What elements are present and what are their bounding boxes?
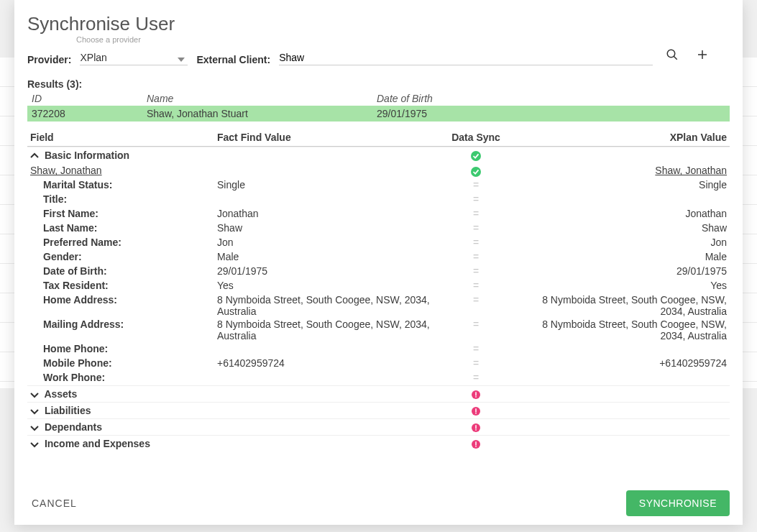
header-sync: Data Sync xyxy=(433,132,519,143)
field-row: Tax Resident:Yes=Yes xyxy=(27,279,730,293)
check-circle-icon xyxy=(471,165,481,176)
svg-rect-16 xyxy=(475,442,477,446)
field-ffv: Jonathan xyxy=(217,208,433,219)
check-circle-icon xyxy=(471,150,481,161)
section-basic-label: Basic Information xyxy=(45,150,129,161)
equals-icon: = xyxy=(473,208,479,219)
field-ffv: Single xyxy=(217,179,433,191)
svg-rect-14 xyxy=(475,430,477,431)
field-row: Home Phone:= xyxy=(27,342,730,357)
svg-rect-8 xyxy=(475,397,477,398)
person-link-left[interactable]: Shaw, Jonathan xyxy=(30,165,217,176)
field-row: Marital Status:Single=Single xyxy=(27,178,730,193)
dialog-title: Synchronise User xyxy=(27,13,730,35)
col-id-header: ID xyxy=(27,91,142,106)
cancel-button[interactable]: CANCEL xyxy=(27,492,81,515)
field-row: Preferred Name:Jon=Jon xyxy=(27,236,730,250)
chevron-down-icon xyxy=(30,388,42,400)
field-xplan: Jonathan xyxy=(519,208,727,219)
section-basic-information[interactable]: Basic Information xyxy=(27,147,730,163)
result-id: 372208 xyxy=(27,106,142,121)
field-ffv: 8 Nymboida Street, South Coogee, NSW, 20… xyxy=(217,294,433,317)
chevron-down-icon xyxy=(30,405,42,416)
field-ffv: Yes xyxy=(217,280,433,291)
field-label: Last Name: xyxy=(30,222,217,234)
add-button[interactable] xyxy=(692,44,713,65)
field-label: Mailing Address: xyxy=(30,318,217,330)
equals-icon: = xyxy=(473,237,479,248)
svg-rect-13 xyxy=(475,426,477,429)
equals-icon: = xyxy=(473,265,479,277)
field-xplan: Shaw xyxy=(519,222,727,234)
equals-icon: = xyxy=(473,294,479,306)
external-client-input[interactable] xyxy=(279,50,653,65)
field-label: Home Address: xyxy=(30,294,217,306)
field-xplan: 29/01/1975 xyxy=(519,265,727,277)
field-row: Title:= xyxy=(27,193,730,207)
section-liabilities-label: Liabilities xyxy=(45,405,91,416)
dialog-footer: CANCEL SYNCHRONISE xyxy=(27,483,730,516)
svg-line-1 xyxy=(674,56,677,60)
alert-circle-icon xyxy=(472,390,480,400)
svg-point-4 xyxy=(471,151,481,161)
section-assets[interactable]: Assets xyxy=(27,385,730,402)
field-grid-scroll[interactable]: Basic Information Shaw, Jonathan Shaw, J… xyxy=(27,147,730,483)
provider-hint: Choose a provider xyxy=(76,35,730,44)
equals-icon: = xyxy=(473,372,479,383)
field-row: Date of Birth:29/01/1975=29/01/1975 xyxy=(27,265,730,279)
provider-select[interactable]: XPlan xyxy=(80,50,188,65)
search-icon xyxy=(666,49,679,60)
alert-circle-icon xyxy=(472,406,480,416)
field-row: Home Address:8 Nymboida Street, South Co… xyxy=(27,293,730,318)
field-label: Work Phone: xyxy=(30,372,217,383)
results-header-row: ID Name Date of Birth xyxy=(27,91,730,106)
field-row: Mailing Address:8 Nymboida Street, South… xyxy=(27,318,730,342)
results-row-selected[interactable]: 372208 Shaw, Jonathan Stuart 29/01/1975 xyxy=(27,106,730,121)
chevron-down-icon xyxy=(30,438,42,449)
field-label: First Name: xyxy=(30,208,217,219)
field-row: First Name:Jonathan=Jonathan xyxy=(27,207,730,221)
result-dob: 29/01/1975 xyxy=(372,106,730,121)
equals-icon: = xyxy=(473,179,479,191)
section-dependants[interactable]: Dependants xyxy=(27,418,730,435)
provider-label: Provider: xyxy=(27,54,71,65)
svg-rect-10 xyxy=(475,409,477,413)
header-ffv: Fact Find Value xyxy=(217,132,433,143)
search-button[interactable] xyxy=(661,44,683,65)
field-xplan: 8 Nymboida Street, South Coogee, NSW, 20… xyxy=(519,294,727,317)
chevron-down-icon xyxy=(30,421,42,433)
field-label: Preferred Name: xyxy=(30,237,217,248)
header-xplan: XPlan Value xyxy=(519,132,727,143)
section-liabilities[interactable]: Liabilities xyxy=(27,402,730,418)
provider-value: XPlan xyxy=(80,50,188,65)
equals-icon: = xyxy=(473,251,479,262)
field-grid-header: Field Fact Find Value Data Sync XPlan Va… xyxy=(27,127,730,147)
svg-point-0 xyxy=(667,50,675,58)
field-row: Last Name:Shaw=Shaw xyxy=(27,221,730,236)
equals-icon: = xyxy=(473,343,479,354)
chevron-up-icon xyxy=(30,150,42,161)
field-xplan: Jon xyxy=(519,237,727,248)
col-name-header: Name xyxy=(142,91,372,106)
field-label: Date of Birth: xyxy=(30,265,217,277)
field-xplan: Single xyxy=(519,179,727,191)
person-link-right[interactable]: Shaw, Jonathan xyxy=(519,165,727,176)
synchronise-user-dialog: Synchronise User Choose a provider Provi… xyxy=(14,0,743,525)
header-field: Field xyxy=(30,132,217,143)
equals-icon: = xyxy=(473,280,479,291)
results-count-label: Results (3): xyxy=(27,78,730,90)
field-ffv: Shaw xyxy=(217,222,433,234)
field-row: Work Phone:= xyxy=(27,371,730,385)
equals-icon: = xyxy=(473,318,479,330)
section-income-label: Income and Expenses xyxy=(45,438,150,449)
synchronise-button[interactable]: SYNCHRONISE xyxy=(626,490,730,516)
external-client-label: External Client: xyxy=(196,54,270,65)
field-label: Home Phone: xyxy=(30,343,217,354)
field-label: Mobile Phone: xyxy=(30,357,217,369)
svg-rect-11 xyxy=(475,413,477,415)
field-label: Tax Resident: xyxy=(30,280,217,291)
section-assets-label: Assets xyxy=(44,388,77,400)
field-row: Gender:Male=Male xyxy=(27,250,730,265)
field-xplan: Male xyxy=(519,251,727,262)
section-income-expenses[interactable]: Income and Expenses xyxy=(27,435,730,451)
